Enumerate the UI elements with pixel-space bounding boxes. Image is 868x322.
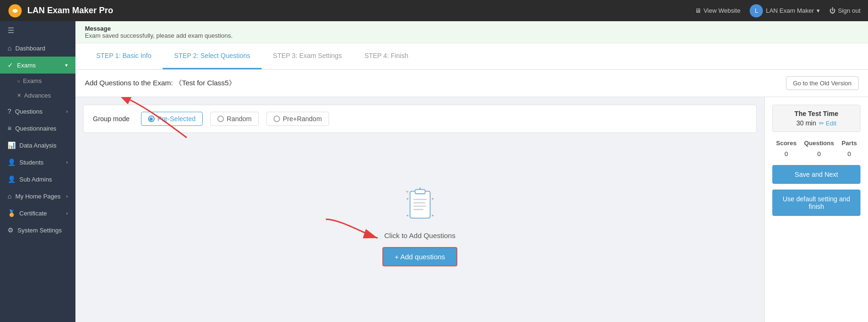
sidebar-toggle[interactable]: ☰ xyxy=(0,21,75,40)
scores-row: 0 0 0 xyxy=(772,149,860,159)
view-website-link[interactable]: 🖥 View Website xyxy=(695,7,740,14)
header-right: 🖥 View Website L LAN Exam Maker ▾ ⏻ Sign… xyxy=(695,4,860,17)
sidebar-item-my-home-pages[interactable]: ⌂ My Home Pages › xyxy=(0,188,75,205)
step-4[interactable]: STEP 4: Finish xyxy=(353,43,420,69)
chevron-right-2-icon: › xyxy=(66,159,68,165)
sidebar-item-questionnaires[interactable]: ≡ Questionnaires xyxy=(0,120,75,137)
right-panel: The Test Time 30 min ✏ Edit Scores Quest… xyxy=(764,97,868,322)
exam-name: 《Test for Class5》 xyxy=(175,79,236,87)
message-title: Message xyxy=(85,25,859,32)
svg-rect-12 xyxy=(413,205,426,206)
app-title: LAN Exam Maker Pro xyxy=(27,6,113,16)
sidebar-item-sub-admins[interactable]: 👤 Sub Admins xyxy=(0,171,75,188)
sign-out-link[interactable]: ⏻ Sign out xyxy=(829,7,860,14)
svg-text:+: + xyxy=(405,189,408,195)
home-icon: ⌂ xyxy=(8,44,11,52)
scores-value: 0 xyxy=(772,149,800,159)
gear-icon: ⚙ xyxy=(8,226,14,234)
left-panel: Group mode Pre-Selected Random Pre+Rando… xyxy=(75,97,764,322)
chevron-right-4-icon: › xyxy=(66,210,68,216)
check-circle-icon: ✓ xyxy=(8,61,13,69)
step-2[interactable]: STEP 2: Select Questions xyxy=(163,43,262,69)
svg-rect-13 xyxy=(413,209,423,210)
monitor-icon: 🖥 xyxy=(695,7,701,14)
chevron-icon: ▾ xyxy=(65,62,68,68)
step-1[interactable]: STEP 1: Basic Info xyxy=(85,43,163,69)
svg-rect-10 xyxy=(413,198,426,200)
radio-pre-random[interactable]: Pre+Random xyxy=(266,112,329,126)
add-questions-label: Click to Add Questions xyxy=(384,231,455,239)
main-wrapper: ☰ ⌂ Dashboard ✓ Exams ▾ ○ Exams ✕ Advanc… xyxy=(0,21,868,322)
sidebar-item-dashboard[interactable]: ⌂ Dashboard xyxy=(0,40,75,57)
message-bar: Message Exam saved successfully, please … xyxy=(75,21,868,43)
list-icon: ≡ xyxy=(8,124,11,132)
radio-random[interactable]: Random xyxy=(210,112,259,126)
add-questions-area: + Click to Add Questions xyxy=(83,138,757,314)
questions-header: Questions xyxy=(800,138,838,149)
content-area: Message Exam saved successfully, please … xyxy=(75,21,868,322)
radio-dot-empty-1 xyxy=(217,116,224,122)
radio-dot-empty-2 xyxy=(273,116,280,122)
step-3[interactable]: STEP 3: Exam Settings xyxy=(262,43,353,69)
certificate-icon: 🏅 xyxy=(8,209,16,217)
add-questions-title: Add Questions to the Exam: 《Test for Cla… xyxy=(85,79,236,88)
test-time-title: The Test Time xyxy=(777,110,855,117)
sidebar-item-students[interactable]: 👤 Students › xyxy=(0,154,75,171)
user-menu[interactable]: L LAN Exam Maker ▾ xyxy=(750,4,820,17)
x-icon: ✕ xyxy=(17,92,21,99)
header: LAN Exam Maker Pro 🖥 View Website L LAN … xyxy=(0,0,868,21)
svg-point-3 xyxy=(431,198,433,199)
svg-rect-9 xyxy=(415,190,425,194)
sidebar-item-questions[interactable]: ? Questions › xyxy=(0,103,75,120)
split-layout: Group mode Pre-Selected Random Pre+Rando… xyxy=(75,97,868,322)
sidebar-item-system-settings[interactable]: ⚙ System Settings xyxy=(0,222,75,239)
question-icon: ? xyxy=(8,107,11,115)
sidebar: ☰ ⌂ Dashboard ✓ Exams ▾ ○ Exams ✕ Advanc… xyxy=(0,21,75,322)
parts-value: 0 xyxy=(838,149,861,159)
old-version-button[interactable]: Go to the Old Version xyxy=(786,76,859,90)
sidebar-sub-item-exams[interactable]: ○ Exams xyxy=(0,74,75,88)
logo-icon xyxy=(8,3,23,18)
message-body: Exam saved successfully, please add exam… xyxy=(85,32,859,39)
chevron-right-3-icon: › xyxy=(66,193,68,199)
power-icon: ⏻ xyxy=(829,7,835,14)
svg-rect-8 xyxy=(410,191,430,218)
chevron-down-icon: ▾ xyxy=(817,7,820,14)
user-icon: 👤 xyxy=(8,158,16,166)
home2-icon: ⌂ xyxy=(8,192,11,200)
svg-point-4 xyxy=(406,215,408,216)
svg-point-2 xyxy=(406,198,408,199)
sidebar-item-exams[interactable]: ✓ Exams ▾ xyxy=(0,57,75,74)
sidebar-item-data-analysis[interactable]: 📊 Data Analysis xyxy=(0,137,75,154)
test-time-value: 30 min ✏ Edit xyxy=(777,119,855,127)
edit-time-link[interactable]: ✏ Edit xyxy=(819,120,836,127)
test-time-box: The Test Time 30 min ✏ Edit xyxy=(772,105,860,132)
chevron-right-icon: › xyxy=(66,108,68,114)
user2-icon: 👤 xyxy=(8,175,16,183)
sidebar-item-certificate[interactable]: 🏅 Certificate › xyxy=(0,205,75,222)
questions-value: 0 xyxy=(800,149,838,159)
sidebar-sub-item-advances[interactable]: ✕ Advances xyxy=(0,88,75,103)
avatar: L xyxy=(750,4,763,17)
svg-point-5 xyxy=(431,215,433,216)
steps-bar: STEP 1: Basic Info STEP 2: Select Questi… xyxy=(75,43,868,70)
scores-table: Scores Questions Parts 0 0 0 xyxy=(772,138,860,159)
annotation-arrow-2 xyxy=(321,215,382,243)
parts-header: Parts xyxy=(838,138,861,149)
clipboard-illustration: + xyxy=(401,186,439,224)
add-questions-header: Add Questions to the Exam: 《Test for Cla… xyxy=(75,70,868,97)
circle-icon: ○ xyxy=(17,78,20,84)
chart-icon: 📊 xyxy=(8,141,16,149)
scores-header: Scores xyxy=(772,138,800,149)
save-next-button[interactable]: Save and Next xyxy=(772,165,860,184)
annotation-arrow-1 xyxy=(121,97,196,142)
page-content: Add Questions to the Exam: 《Test for Cla… xyxy=(75,70,868,322)
add-questions-button[interactable]: + Add questions xyxy=(382,247,457,266)
header-logo: LAN Exam Maker Pro xyxy=(8,3,695,18)
svg-point-6 xyxy=(419,187,421,189)
svg-rect-11 xyxy=(413,202,425,203)
default-finish-button[interactable]: Use default setting and finish xyxy=(772,190,860,216)
